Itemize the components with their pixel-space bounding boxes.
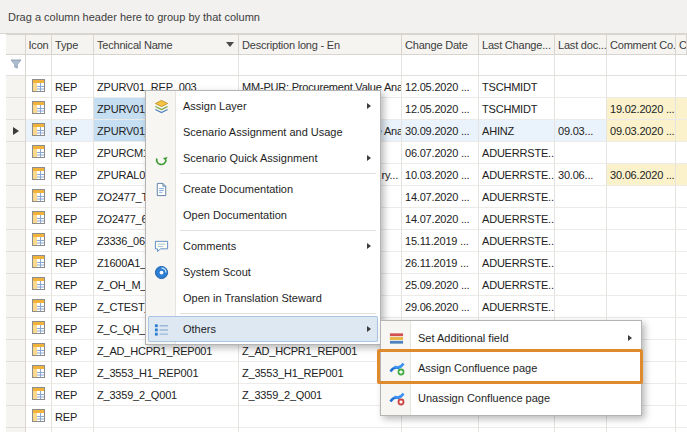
change-date-cell[interactable] <box>402 428 479 432</box>
change-date-cell[interactable]: 29.06.2020 ... <box>402 296 479 318</box>
type-cell[interactable]: REP <box>52 98 94 120</box>
filter-cell[interactable] <box>402 55 479 76</box>
edge-cell[interactable] <box>676 340 687 362</box>
change-date-cell[interactable]: 06.07.2020 ... <box>402 142 479 164</box>
type-cell[interactable] <box>52 428 94 432</box>
last-doc-cell[interactable]: 09.03... <box>555 120 607 142</box>
group-by-bar[interactable]: Drag a column header here to group by th… <box>0 0 687 34</box>
type-cell[interactable]: REP <box>52 362 94 384</box>
column-header-description[interactable]: Description long - En <box>239 34 402 55</box>
icon-cell[interactable] <box>26 428 52 432</box>
last-change-cell[interactable]: ADUERRSTE... <box>479 252 555 274</box>
last-change-cell[interactable]: AHINZ <box>479 120 555 142</box>
edge-cell[interactable] <box>676 318 687 340</box>
menu-item-system-scout[interactable]: System Scout <box>148 259 378 285</box>
edge-cell[interactable] <box>676 384 687 406</box>
technical-name-cell[interactable] <box>94 406 239 428</box>
icon-cell[interactable] <box>26 230 52 252</box>
filter-cell[interactable] <box>607 55 676 76</box>
last-doc-cell[interactable] <box>555 98 607 120</box>
edge-cell[interactable] <box>676 406 687 428</box>
type-cell[interactable]: REP <box>52 230 94 252</box>
icon-cell[interactable] <box>26 142 52 164</box>
description-cell[interactable] <box>239 428 402 432</box>
last-doc-cell[interactable] <box>555 186 607 208</box>
description-cell[interactable]: Z_3553_H1_REP001 <box>239 362 402 384</box>
comment-cell[interactable] <box>607 274 676 296</box>
icon-cell[interactable] <box>26 164 52 186</box>
change-date-cell[interactable]: 26.11.2019 ... <box>402 252 479 274</box>
icon-cell[interactable] <box>26 406 52 428</box>
menu-item-scenario-assignment-and-usage[interactable]: Scenario Assignment and Usage <box>148 119 378 145</box>
type-cell[interactable]: REP <box>52 340 94 362</box>
change-date-cell[interactable]: 25.09.2020 ... <box>402 274 479 296</box>
last-doc-cell[interactable] <box>555 296 607 318</box>
column-header-technical-name[interactable]: Technical Name <box>94 34 239 55</box>
comment-cell[interactable] <box>607 230 676 252</box>
menu-item-unassign-confluence-page[interactable]: Unassign Confluence page <box>383 383 639 413</box>
filter-cell[interactable] <box>676 55 687 76</box>
change-date-cell[interactable]: 30.09.2020 ... <box>402 120 479 142</box>
edge-cell[interactable] <box>676 98 687 120</box>
type-cell[interactable]: REP <box>52 76 94 98</box>
icon-cell[interactable] <box>26 296 52 318</box>
last-doc-cell[interactable] <box>555 230 607 252</box>
last-change-cell[interactable]: TSCHMIDT <box>479 98 555 120</box>
last-doc-cell[interactable]: 30.06... <box>555 164 607 186</box>
column-header-blank[interactable] <box>6 34 26 55</box>
last-change-cell[interactable]: ADUERRSTE... <box>479 296 555 318</box>
edge-cell[interactable] <box>676 76 687 98</box>
last-change-cell[interactable]: ADUERRSTE... <box>479 208 555 230</box>
change-date-cell[interactable]: 12.05.2020 ... <box>402 76 479 98</box>
icon-cell[interactable] <box>26 208 52 230</box>
icon-cell[interactable] <box>26 186 52 208</box>
menu-item-scenario-quick-assignment[interactable]: Scenario Quick Assignment <box>148 145 378 171</box>
icon-cell[interactable] <box>26 120 52 142</box>
last-change-cell[interactable]: ADUERRSTE... <box>479 274 555 296</box>
edge-cell[interactable] <box>676 164 687 186</box>
change-date-cell[interactable]: 15.11.2019 ... <box>402 230 479 252</box>
icon-cell[interactable] <box>26 252 52 274</box>
type-cell[interactable]: REP <box>52 252 94 274</box>
filter-cell[interactable] <box>479 55 555 76</box>
last-doc-cell[interactable] <box>555 142 607 164</box>
column-header-icon[interactable]: Icon <box>26 34 52 55</box>
type-cell[interactable]: REP <box>52 274 94 296</box>
comment-cell[interactable] <box>607 186 676 208</box>
type-cell[interactable]: REP <box>52 318 94 340</box>
icon-cell[interactable] <box>26 340 52 362</box>
type-cell[interactable]: REP <box>52 186 94 208</box>
menu-item-open-in-translation-steward[interactable]: Open in Translation Steward <box>148 285 378 311</box>
comment-cell[interactable] <box>607 252 676 274</box>
edge-cell[interactable] <box>676 274 687 296</box>
edge-cell[interactable] <box>676 230 687 252</box>
comment-cell[interactable] <box>607 76 676 98</box>
comment-cell[interactable]: 09.03.2020 ... <box>607 120 676 142</box>
type-cell[interactable]: REP <box>52 142 94 164</box>
comment-cell[interactable] <box>607 142 676 164</box>
last-change-cell[interactable]: ADUERRSTE... <box>479 142 555 164</box>
menu-item-create-documentation[interactable]: Create Documentation <box>148 176 378 202</box>
edge-cell[interactable] <box>676 208 687 230</box>
last-doc-cell[interactable] <box>555 274 607 296</box>
menu-item-others[interactable]: Others <box>148 316 378 342</box>
description-cell[interactable]: Z_3359_2_Q001 <box>239 384 402 406</box>
change-date-cell[interactable]: 14.07.2020 ... <box>402 186 479 208</box>
technical-name-cell[interactable]: Z_3359_2_Q001 <box>94 384 239 406</box>
menu-item-open-documentation[interactable]: Open Documentation <box>148 202 378 228</box>
technical-name-cell[interactable] <box>94 428 239 432</box>
table-row[interactable] <box>6 428 687 432</box>
menu-item-comments[interactable]: Comments <box>148 233 378 259</box>
last-change-cell[interactable]: ADUERRSTE... <box>479 230 555 252</box>
icon-cell[interactable] <box>26 76 52 98</box>
change-date-cell[interactable]: 14.07.2020 ... <box>402 208 479 230</box>
last-change-cell[interactable]: ADUERRSTE... <box>479 186 555 208</box>
filter-cell[interactable] <box>94 55 239 76</box>
type-cell[interactable]: REP <box>52 296 94 318</box>
filter-row-indicator[interactable] <box>6 55 26 76</box>
filter-cell[interactable] <box>555 55 607 76</box>
menu-item-assign-confluence-page[interactable]: Assign Confluence page <box>383 353 639 383</box>
column-header-comment[interactable]: Comment Co... <box>607 34 676 55</box>
comment-cell[interactable]: 30.06.2020 ... <box>607 164 676 186</box>
icon-cell[interactable] <box>26 98 52 120</box>
